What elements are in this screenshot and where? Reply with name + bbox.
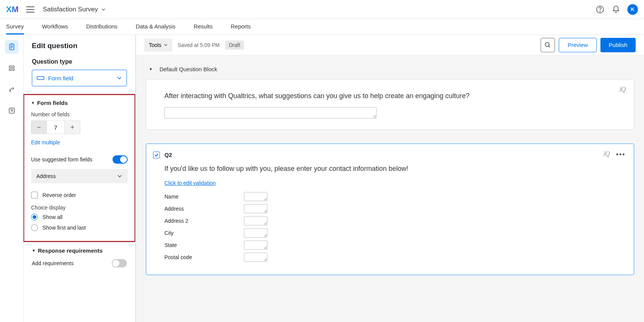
num-fields-label: Number of fields (31, 111, 128, 117)
form-row: State (164, 241, 616, 250)
chevron-down-icon (164, 43, 168, 47)
stepper-decrement[interactable]: − (31, 121, 47, 134)
survey-title-text: Satisfaction Survey (43, 6, 98, 13)
draft-badge: Draft (225, 41, 244, 50)
q1-response-input[interactable] (164, 107, 377, 119)
field-label[interactable]: State (164, 242, 244, 248)
field-label[interactable]: Address 2 (164, 218, 244, 224)
rail-flow-icon[interactable] (5, 61, 19, 75)
caret-down-icon: ▼ (32, 249, 36, 253)
field-input[interactable] (244, 204, 267, 213)
tab-workflows[interactable]: Workflows (42, 19, 68, 34)
field-label[interactable]: Address (164, 206, 244, 212)
reverse-order-checkbox[interactable]: Reverse order (31, 192, 128, 199)
radio-show-all-label: Show all (42, 214, 63, 220)
svg-point-1 (600, 11, 600, 11)
question-card-q2[interactable]: Q2 iQ ••• If you'd like us to follow up … (146, 144, 634, 275)
field-input[interactable] (244, 253, 267, 262)
svg-rect-6 (37, 77, 44, 80)
stepper-value[interactable] (47, 121, 65, 134)
chevron-down-icon (101, 7, 106, 12)
icon-rail (0, 35, 23, 322)
chevron-down-icon (117, 174, 122, 179)
svg-point-7 (546, 42, 550, 47)
radio-show-all[interactable]: Show all (31, 214, 128, 220)
svg-rect-5 (9, 108, 14, 113)
q1-text[interactable]: After interacting with Qualtrics, what s… (164, 91, 616, 101)
tab-survey[interactable]: Survey (6, 19, 24, 34)
rail-builder-icon[interactable] (5, 40, 19, 54)
sidebar-title: Edit question (32, 42, 127, 50)
checkbox-icon (31, 192, 38, 199)
tools-button[interactable]: Tools (144, 39, 172, 52)
add-requirements-toggle[interactable] (112, 259, 127, 267)
suggested-fields-label: Use suggested form fields (31, 156, 92, 163)
help-icon[interactable] (596, 5, 605, 14)
more-icon[interactable]: ••• (616, 151, 625, 159)
question-type-value: Form field (48, 75, 73, 81)
q2-selected-checkbox[interactable] (153, 152, 160, 158)
field-input[interactable] (244, 192, 267, 201)
suggested-dropdown-value: Address (36, 173, 56, 179)
form-field-icon (37, 75, 44, 81)
logo: XM (6, 5, 19, 14)
search-icon (544, 42, 551, 48)
q2-text[interactable]: If you'd like us to follow up with you, … (164, 164, 616, 174)
form-fields-section-title: Form fields (37, 100, 68, 106)
menu-icon[interactable] (26, 6, 34, 13)
block-title: Default Question Block (159, 66, 217, 72)
field-label[interactable]: Postal code (164, 254, 244, 260)
saved-timestamp: Saved at 5:09 PM (178, 42, 220, 48)
block-collapse-icon[interactable]: ▼ (149, 67, 153, 71)
field-label[interactable]: City (164, 230, 244, 236)
iq-badge: iQ (603, 150, 610, 158)
question-type-select[interactable]: Form field (32, 70, 127, 86)
form-row: Name (164, 192, 616, 201)
form-fields-section-header[interactable]: ▼ Form fields (31, 100, 128, 106)
notifications-icon[interactable] (611, 5, 621, 14)
add-requirements-label: Add requirements (32, 260, 74, 266)
svg-rect-4 (9, 69, 14, 70)
chevron-down-icon (117, 75, 122, 81)
tab-distributions[interactable]: Distributions (86, 19, 118, 34)
rail-look-icon[interactable] (5, 83, 19, 96)
field-input[interactable] (244, 216, 267, 225)
search-button[interactable] (541, 38, 555, 52)
stepper-increment[interactable]: + (65, 121, 80, 134)
avatar[interactable]: K (627, 4, 638, 15)
edit-multiple-link[interactable]: Edit multiple (31, 139, 60, 145)
tab-data-analysis[interactable]: Data & Analysis (136, 19, 175, 34)
tab-results[interactable]: Results (194, 19, 213, 34)
iq-badge: iQ (619, 86, 625, 94)
question-type-label: Question type (32, 58, 127, 65)
reverse-order-label: Reverse order (42, 192, 76, 198)
choice-display-label: Choice display (31, 205, 128, 211)
suggested-dropdown[interactable]: Address (31, 169, 128, 183)
radio-icon (31, 214, 38, 220)
form-row: Postal code (164, 253, 616, 262)
nav-tabs: Survey Workflows Distributions Data & An… (0, 19, 644, 35)
edit-sidebar: Edit question Question type Form field ▼… (23, 35, 136, 322)
suggested-fields-toggle[interactable] (113, 155, 128, 164)
field-input[interactable] (244, 228, 267, 238)
tab-reports[interactable]: Reports (231, 19, 251, 34)
field-input[interactable] (244, 241, 267, 250)
num-fields-stepper: − + (31, 120, 80, 134)
canvas: Tools Saved at 5:09 PM Draft Preview Pub… (136, 35, 644, 322)
form-row: Address (164, 204, 616, 213)
question-card-q1[interactable]: iQ After interacting with Qualtrics, wha… (146, 79, 634, 130)
survey-title-dropdown[interactable]: Satisfaction Survey (43, 6, 106, 13)
form-row: City (164, 228, 616, 238)
validation-link[interactable]: Click to edit validation (164, 180, 216, 186)
rail-options-icon[interactable] (5, 104, 19, 117)
publish-button[interactable]: Publish (600, 38, 636, 52)
preview-button[interactable]: Preview (559, 38, 596, 52)
caret-down-icon: ▼ (31, 101, 35, 105)
radio-show-first-last[interactable]: Show first and last (31, 224, 128, 231)
q2-id-label: Q2 (164, 152, 172, 158)
response-req-section-header[interactable]: ▼ Response requirements (32, 247, 127, 254)
form-row: Address 2 (164, 216, 616, 225)
radio-icon (31, 224, 38, 231)
field-label[interactable]: Name (164, 194, 244, 200)
form-fields-highlight: ▼ Form fields Number of fields − + Edit … (23, 94, 136, 242)
